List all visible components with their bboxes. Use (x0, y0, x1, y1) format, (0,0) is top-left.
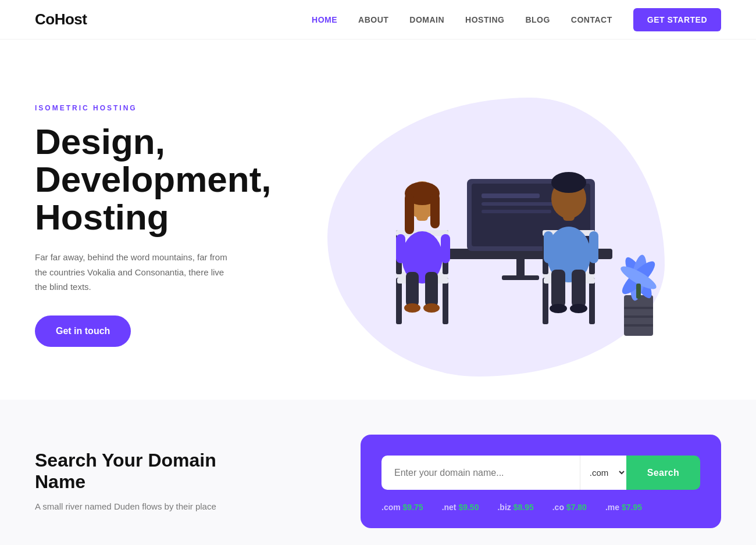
svg-rect-30 (405, 193, 414, 234)
svg-point-38 (570, 304, 587, 313)
svg-rect-23 (406, 272, 419, 307)
svg-rect-6 (482, 202, 563, 206)
svg-rect-36 (572, 270, 586, 307)
hero-section: ISOMETRIC HOSTING Design, Development, H… (0, 40, 756, 400)
hero-tag: ISOMETRIC HOSTING (35, 104, 272, 112)
hero-title-line1: Design, (35, 121, 165, 162)
svg-rect-43 (544, 231, 553, 263)
svg-rect-33 (396, 234, 405, 263)
hero-title: Design, Development, Hosting (35, 123, 272, 236)
domain-left-content: Search Your Domain Name A small river na… (35, 450, 233, 514)
domain-price-net: .net $9.50 (442, 503, 479, 512)
svg-rect-24 (425, 272, 438, 307)
hero-cta-button[interactable]: Get in touch (35, 315, 131, 347)
nav-item-domain[interactable]: DOMAIN (409, 15, 444, 25)
nav-link-domain[interactable]: DOMAIN (409, 15, 444, 24)
nav-item-blog[interactable]: BLOG (525, 15, 550, 25)
svg-point-26 (423, 303, 440, 313)
svg-rect-1 (516, 259, 525, 277)
hero-description: Far far away, behind the word mountains,… (35, 250, 233, 295)
svg-rect-52 (636, 284, 641, 299)
domain-search-row: .com .net .biz .co .me Search (381, 456, 700, 490)
svg-rect-7 (482, 210, 551, 213)
svg-point-41 (551, 172, 586, 193)
domain-search-input[interactable] (381, 456, 580, 490)
nav-item-contact[interactable]: CONTACT (571, 15, 612, 25)
domain-section-description: A small river named Duden flows by their… (35, 500, 233, 514)
svg-point-37 (550, 304, 567, 313)
domain-section-title: Search Your Domain Name (35, 450, 233, 493)
domain-search-button[interactable]: Search (626, 456, 700, 490)
nav-item-about[interactable]: ABOUT (358, 15, 388, 25)
svg-rect-47 (624, 324, 653, 327)
domain-price-me: .me $7.95 (605, 503, 642, 512)
domain-extension-select[interactable]: .com .net .biz .co .me (580, 456, 626, 490)
svg-rect-5 (482, 193, 540, 198)
domain-price-com: .com $9.75 (381, 503, 423, 512)
svg-rect-2 (502, 275, 539, 280)
nav-link-hosting[interactable]: HOSTING (465, 15, 504, 24)
svg-rect-31 (430, 193, 440, 228)
nav-links: HOME ABOUT DOMAIN HOSTING BLOG CONTACT G… (312, 15, 721, 25)
nav-link-blog[interactable]: BLOG (525, 15, 550, 24)
hero-title-line3: Hosting (35, 197, 169, 237)
hero-illustration-area (272, 80, 721, 371)
domain-search-card: .com .net .biz .co .me Search .com $9.75… (361, 435, 721, 528)
nav-cta-item[interactable]: GET STARTED (633, 15, 721, 25)
domain-section: Search Your Domain Name A small river na… (0, 400, 756, 545)
hero-illustration (310, 86, 682, 365)
svg-rect-35 (551, 270, 565, 307)
nav-item-home[interactable]: HOME (312, 15, 337, 25)
svg-rect-45 (624, 307, 653, 309)
site-logo: CoHost (35, 10, 87, 28)
domain-price-biz: .biz $8.95 (497, 503, 533, 512)
hero-content: ISOMETRIC HOSTING Design, Development, H… (35, 104, 272, 347)
svg-rect-17 (589, 278, 595, 324)
svg-rect-46 (624, 315, 653, 318)
svg-rect-10 (443, 278, 448, 324)
nav-item-hosting[interactable]: HOSTING (465, 15, 504, 25)
svg-rect-9 (396, 278, 402, 324)
domain-price-co: .co $7.80 (552, 503, 587, 512)
nav-link-contact[interactable]: CONTACT (571, 15, 612, 24)
nav-link-home[interactable]: HOME (312, 15, 337, 24)
svg-rect-42 (589, 231, 598, 263)
navbar: CoHost HOME ABOUT DOMAIN HOSTING BLOG CO… (0, 0, 756, 40)
nav-cta-button[interactable]: GET STARTED (633, 8, 721, 31)
nav-link-about[interactable]: ABOUT (358, 15, 388, 24)
svg-point-25 (404, 303, 420, 313)
svg-rect-32 (441, 234, 450, 263)
svg-rect-16 (543, 278, 548, 324)
hero-title-line2: Development, (35, 159, 272, 199)
hero-illustration-wrapper (310, 86, 682, 365)
domain-prices-row: .com $9.75 .net $9.50 .biz $8.95 .co $7.… (381, 503, 700, 512)
